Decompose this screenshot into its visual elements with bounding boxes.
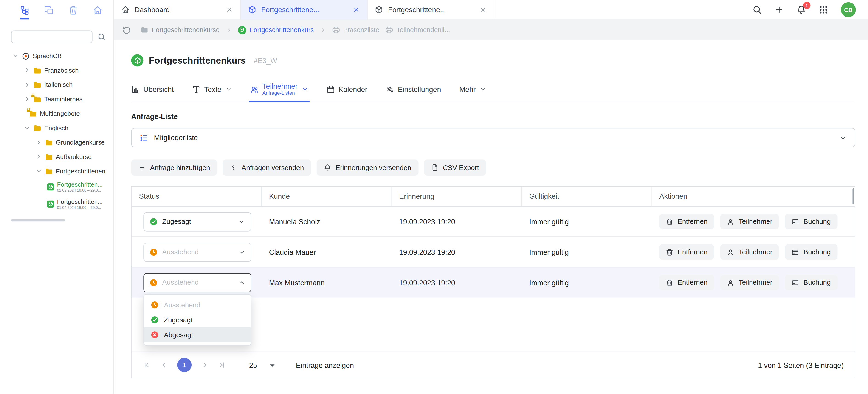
chevron-right-icon[interactable] (35, 153, 42, 160)
status-option-zugesagt[interactable]: Zugesagt (144, 312, 251, 327)
status-select-open[interactable]: Ausstehend (143, 273, 251, 292)
column-header-aktionen: Aktionen (652, 186, 855, 206)
breadcrumb-item-kurs[interactable]: Fortgeschrittenenkurs (238, 26, 314, 34)
course-dates: 01.02.2024 18:00 – 29.0... (57, 188, 103, 193)
vertical-scrollbar[interactable] (852, 188, 854, 205)
tree-view-icon[interactable] (20, 5, 29, 15)
tree-item-italienisch[interactable]: Italienisch (0, 78, 114, 92)
close-icon[interactable] (226, 6, 233, 13)
avatar[interactable]: CB (841, 2, 856, 17)
card-icon (792, 279, 799, 286)
table-header-row: Status Kunde Erinnerung Gültigkeit Aktio… (132, 186, 855, 206)
course-dates: 01.04.2024 18:00 – 29.0... (57, 205, 103, 210)
tree-item-englisch[interactable]: Englisch (0, 121, 114, 135)
send-reminders-button[interactable]: Erinnerungen versenden (317, 159, 418, 176)
text-icon (192, 85, 200, 93)
home-icon (121, 5, 129, 14)
chevron-right-icon[interactable] (24, 67, 31, 74)
close-icon[interactable] (353, 6, 360, 13)
last-page-icon[interactable] (218, 361, 226, 369)
chevron-down-icon (302, 86, 308, 93)
tree-item-teaminternes[interactable]: Teaminternes (0, 92, 114, 107)
apps-grid-icon[interactable] (818, 5, 828, 14)
tab-uebersicht[interactable]: Übersicht (131, 77, 174, 102)
tree-item-aufbaukurse[interactable]: Aufbaukurse (0, 150, 114, 164)
tab-texte[interactable]: Texte (192, 77, 232, 102)
participant-button[interactable]: Teilnehmer (720, 244, 779, 260)
tab-kalender[interactable]: Kalender (326, 77, 367, 102)
window-tab-dashboard[interactable]: Dashboard (114, 0, 241, 19)
status-select[interactable]: Ausstehend (143, 242, 251, 262)
tab-mehr[interactable]: Mehr (459, 77, 486, 102)
breadcrumb-item-kurse[interactable]: Fortgeschrittenenkurse (141, 26, 219, 34)
search-icon[interactable] (752, 5, 762, 14)
anfrage-liste-select[interactable]: Mitgliederliste (131, 128, 855, 147)
home-icon[interactable] (93, 5, 102, 15)
send-anfragen-button[interactable]: Anfragen versenden (223, 159, 311, 176)
participant-button[interactable]: Teilnehmer (720, 275, 779, 290)
remove-button[interactable]: Entfernen (659, 275, 714, 290)
previous-page-icon[interactable] (160, 361, 168, 369)
folder-icon (45, 138, 53, 146)
column-header-erinnerung: Erinnerung (392, 186, 522, 206)
trash-icon[interactable] (69, 5, 78, 15)
chevron-right-icon (226, 27, 232, 33)
page-title: Fortgeschrittenenkurs (149, 55, 246, 66)
remove-button[interactable]: Entfernen (659, 244, 714, 260)
tree-item-course-2[interactable]: Fortgeschritten... 01.04.2024 18:00 – 29… (0, 195, 114, 213)
search-icon[interactable] (97, 33, 105, 41)
gueltigkeit-cell: Immer gültig (522, 278, 652, 286)
status-select[interactable]: Zugesagt (143, 212, 251, 231)
undo-icon[interactable] (122, 26, 131, 34)
tab-einstellungen[interactable]: Einstellungen (385, 77, 441, 102)
horizontal-scrollbar[interactable] (11, 219, 65, 222)
participant-button[interactable]: Teilnehmer (720, 214, 779, 229)
breadcrumb-item-praesenzliste[interactable]: Präsenzliste (332, 26, 379, 34)
trash-icon (666, 248, 673, 255)
booking-button[interactable]: Buchung (785, 275, 837, 290)
erinnerung-cell: 19.09.2023 19:20 (392, 248, 522, 256)
next-page-icon[interactable] (201, 361, 209, 369)
tree-item-multiangebote[interactable]: Multiangebote (0, 107, 114, 121)
course-id: #E3_W (253, 56, 277, 65)
first-page-icon[interactable] (143, 361, 151, 369)
card-icon (792, 248, 799, 255)
tree-item-label: SprachCB (33, 53, 62, 59)
chevron-right-icon[interactable] (35, 139, 42, 146)
tree-search-input[interactable] (11, 31, 92, 43)
booking-button[interactable]: Buchung (785, 214, 837, 229)
button-label: Erinnerungen versenden (336, 163, 411, 171)
chevron-down-icon[interactable] (35, 168, 42, 174)
tree-item-fortgeschrittenen[interactable]: Fortgeschrittenen (0, 164, 114, 179)
page-size-select[interactable]: 25 (249, 361, 275, 369)
current-page-button[interactable]: 1 (177, 358, 191, 372)
chevron-right-icon[interactable] (24, 96, 31, 102)
tab-teilnehmer[interactable]: Teilnehmer Anfrage-Listen (250, 77, 308, 102)
notifications-button[interactable]: 1 (797, 5, 806, 14)
tree-item-franzoesisch[interactable]: Französisch (0, 63, 114, 78)
remove-button[interactable]: Entfernen (659, 214, 714, 229)
sidebar: SprachCB Französisch Italienisch Teamint… (0, 0, 114, 394)
chevron-down-icon[interactable] (24, 124, 31, 131)
copy-icon[interactable] (44, 5, 54, 15)
chevron-down-icon[interactable] (12, 53, 19, 59)
status-option-ausstehend[interactable]: Ausstehend (144, 298, 251, 312)
window-tab-course-2[interactable]: Fortgeschrittene... (368, 0, 494, 19)
breadcrumb-item-teilnehmendenliste[interactable]: Teilnehmendenli... (385, 26, 450, 34)
tree-item-course-1[interactable]: Fortgeschritten... 01.02.2024 18:00 – 29… (0, 178, 114, 195)
add-anfrage-button[interactable]: Anfrage hinzufügen (131, 159, 217, 176)
chart-icon (131, 85, 140, 93)
plus-icon[interactable] (775, 5, 784, 14)
window-tab-course-active[interactable]: Fortgeschrittene... (241, 0, 368, 19)
tree-item-sprachcb[interactable]: SprachCB (0, 49, 114, 63)
folder-icon (45, 167, 53, 175)
tree-item-grundlagenkurse[interactable]: Grundlagenkurse (0, 135, 114, 150)
course-label: Fortgeschritten... (57, 198, 103, 206)
booking-button[interactable]: Buchung (785, 244, 837, 260)
chevron-right-icon[interactable] (24, 81, 31, 88)
close-icon[interactable] (479, 6, 487, 13)
csv-export-button[interactable]: CSV Export (424, 159, 486, 176)
status-option-abgesagt[interactable]: Abgesagt (144, 327, 251, 342)
folder-icon (141, 26, 148, 34)
clock-circle-icon (151, 301, 159, 309)
